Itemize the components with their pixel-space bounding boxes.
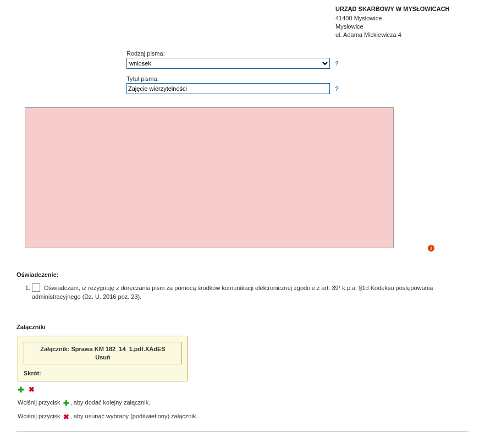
attachment-filename: Załącznik: Sprawa KM 182_14_1.pdf.XAdES: [40, 346, 165, 352]
del-hint-pre: Wciśnij przycisk: [18, 413, 60, 419]
del-hint: Wciśnij przycisk ✖, aby usunąć wybrany (…: [18, 413, 469, 421]
attachment-box: Załącznik: Sprawa KM 182_14_1.pdf.XAdES …: [18, 336, 188, 381]
del-hint-post: , aby usunąć wybrany (podświetlony) załą…: [70, 413, 198, 419]
oswiadczenie-list: Oświadczam, iż rezygnuję z doręczania pi…: [16, 283, 469, 302]
plus-icon: ✚: [63, 399, 69, 407]
oswiadczenie-heading: Oświadczenie:: [16, 271, 469, 278]
recipient-line1: 41400 Mysłowice: [335, 14, 469, 23]
rodzaj-pisma-field: Rodzaj pisma: wniosek ?: [126, 50, 469, 69]
oswiadczenie-text: Oświadczam, iż rezygnuję z doręczania pi…: [32, 285, 433, 301]
recipient-block: URZĄD SKARBOWY W MYSŁOWICACH 41400 Mysło…: [335, 6, 469, 39]
remove-attachment-icon[interactable]: ✖: [29, 386, 35, 393]
tytul-pisma-label: Tytuł pisma:: [126, 75, 469, 82]
recipient-title: URZĄD SKARBOWY W MYSŁOWICACH: [335, 6, 469, 12]
attachments-block: Załącznik: Sprawa KM 182_14_1.pdf.XAdES …: [18, 336, 469, 421]
help-icon[interactable]: ?: [333, 59, 340, 67]
add-hint: Wciśnij przycisk ✚, aby dodać kolejny za…: [18, 399, 469, 407]
separator: [16, 431, 469, 431]
recipient-line2: Mysłowice: [335, 23, 469, 31]
zalaczniki-heading: Załączniki: [16, 324, 469, 330]
attachment-hash-label: Skrót:: [24, 370, 41, 376]
oswiadczenie-item: Oświadczam, iż rezygnuję z doręczania pi…: [32, 283, 469, 302]
rodzaj-pisma-label: Rodzaj pisma:: [126, 50, 469, 57]
recipient-line3: ul. Adama Mickiewicza 4: [335, 31, 469, 39]
attachment-actions: ✚ ✖: [18, 386, 469, 394]
content-editor[interactable]: [25, 107, 394, 248]
tytul-pisma-field: Tytuł pisma: ?: [126, 75, 469, 94]
attachment-item[interactable]: Załącznik: Sprawa KM 182_14_1.pdf.XAdES …: [24, 342, 182, 364]
error-icon: !: [428, 245, 434, 252]
tytul-pisma-input[interactable]: [126, 83, 330, 94]
attachment-delete-link[interactable]: Usuń: [27, 354, 178, 360]
add-hint-pre: Wciśnij przycisk: [18, 399, 60, 406]
x-icon: ✖: [63, 413, 69, 421]
add-hint-post: , aby dodać kolejny załącznik.: [70, 399, 151, 406]
rodzaj-pisma-select[interactable]: wniosek: [126, 58, 330, 69]
add-attachment-icon[interactable]: ✚: [18, 386, 24, 394]
content-editor-wrap: !: [16, 107, 469, 249]
help-icon[interactable]: ?: [333, 85, 340, 92]
oswiadczenie-checkbox[interactable]: [32, 283, 40, 292]
